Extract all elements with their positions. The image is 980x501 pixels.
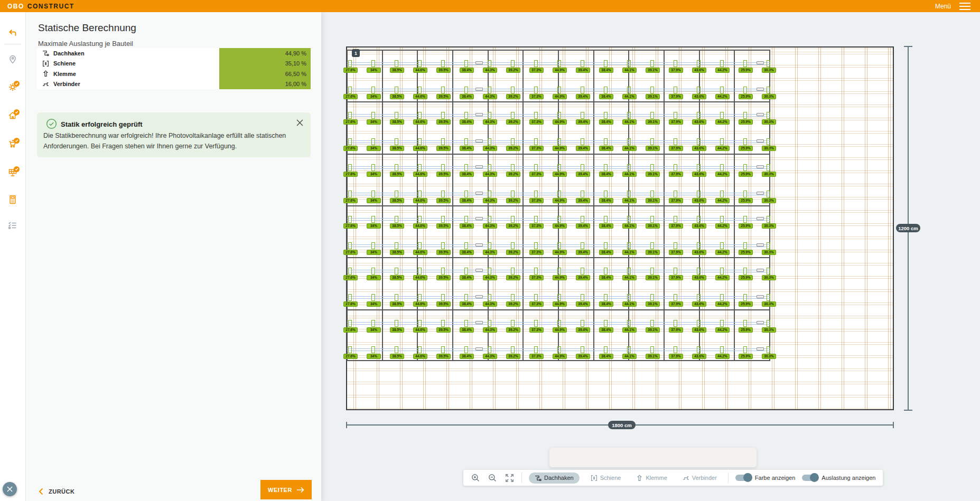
- roof-hook-marker: [720, 242, 724, 249]
- fit-screen-icon[interactable]: [505, 473, 515, 483]
- roof-hook-marker: [348, 164, 352, 171]
- hook-utilization-label: 39.4%: [576, 354, 590, 359]
- hook-utilization-label: 39.5%: [436, 119, 451, 125]
- hook-utilization-label: 39.5%: [436, 327, 451, 333]
- roof-hook-marker: [511, 242, 515, 249]
- toolbar-button-dachhaken[interactable]: Dachhaken: [529, 472, 580, 484]
- location-pin-icon[interactable]: [7, 54, 18, 65]
- color-toggle-group: Farbe anzeigen: [735, 475, 795, 481]
- roof-hook-marker: [441, 216, 445, 223]
- roof-hook-marker: [720, 294, 724, 301]
- hook-utilization-label: 39.4%: [576, 327, 590, 333]
- roof-hook-marker: [441, 60, 445, 67]
- menu-label[interactable]: Menü: [935, 3, 951, 10]
- dimension-cap: [904, 46, 912, 47]
- hook-utilization-label: 44.9%: [553, 223, 567, 229]
- hook-utilization-label: 27.6%: [343, 301, 358, 307]
- rail-splice: [757, 61, 764, 64]
- hook-utilization-label: 25.9%: [739, 172, 753, 177]
- roof-hook-marker: [441, 87, 445, 93]
- toolbar-button-verbinder[interactable]: Verbinder: [678, 472, 721, 484]
- roof-hook-marker: [604, 320, 608, 327]
- farbe-anzeigen-toggle[interactable]: [735, 475, 751, 481]
- hook-utilization-label: 44.1%: [622, 94, 637, 99]
- next-button[interactable]: WEITER: [260, 480, 312, 499]
- roof-hook-marker: [395, 60, 398, 67]
- roof-hook-marker: [627, 242, 631, 249]
- toolbar-button-schiene[interactable]: Schiene: [586, 472, 626, 484]
- hook-utilization-label: 37.9%: [669, 94, 683, 99]
- toggle-knob: [810, 473, 819, 482]
- roof-hook-marker: [743, 112, 747, 119]
- roof-hook-marker: [604, 191, 608, 197]
- hook-utilization-label: 43.6%: [692, 94, 706, 99]
- zoom-in-icon[interactable]: [471, 473, 481, 483]
- roof-hook-marker: [604, 138, 608, 145]
- back-button[interactable]: ZURÜCK: [38, 488, 74, 495]
- hamburger-menu-icon[interactable]: [959, 3, 973, 10]
- calculator-icon[interactable]: [7, 194, 18, 205]
- roof-hook-marker: [767, 87, 770, 93]
- roof-hook-marker: [534, 242, 538, 249]
- zoom-out-icon[interactable]: [488, 473, 498, 483]
- roof-hook-marker: [464, 138, 468, 145]
- hook-utilization-label: 39.4%: [576, 301, 590, 307]
- rail-icon: [42, 60, 49, 67]
- dimension-tick: [893, 422, 894, 428]
- close-fab-button[interactable]: [3, 482, 17, 496]
- roof-hook-marker: [464, 242, 468, 249]
- roof-hook-marker: [767, 60, 770, 67]
- hook-utilization-label: 34%: [367, 119, 381, 125]
- hook-utilization-label: 44.9%: [553, 327, 567, 333]
- hook-utilization-label: 44.3%: [483, 119, 497, 125]
- back-arrow-icon[interactable]: [7, 28, 18, 39]
- roof-hook-marker: [534, 60, 538, 67]
- hook-utilization-label: 39.5%: [436, 198, 451, 203]
- hook-utilization-label: 43.6%: [692, 250, 706, 255]
- hook-utilization-label: 37.3%: [529, 223, 544, 229]
- roof-hook-marker: [395, 164, 398, 171]
- close-icon[interactable]: [296, 119, 303, 126]
- roof-hook-marker: [418, 138, 422, 145]
- dimension-cap: [904, 410, 912, 411]
- checklist-icon[interactable]: [7, 220, 18, 231]
- roof-drawing[interactable]: 1 27.6%34%38.5%44.6%39.5%38.4%44.3%39.2%…: [346, 46, 894, 410]
- roof-hook-marker: [581, 60, 584, 67]
- hook-utilization-label: 38.5%: [390, 119, 404, 125]
- hook-utilization-label: 44.2%: [715, 301, 730, 307]
- hook-utilization-label: 43.6%: [692, 172, 706, 177]
- roof-hook-marker: [534, 216, 538, 223]
- roof-hook-marker: [371, 294, 375, 301]
- rail-splice: [757, 347, 764, 351]
- roof-hook-marker: [720, 164, 724, 171]
- auslastung-anzeigen-toggle[interactable]: [802, 475, 818, 481]
- rail-splice: [475, 217, 483, 220]
- roof-hook-marker: [604, 87, 608, 93]
- hook-utilization-label: 44.3%: [483, 223, 497, 229]
- hook-utilization-label: 43.6%: [692, 68, 706, 73]
- hook-utilization-label: 38.4%: [460, 119, 474, 125]
- page-title: Statische Berechnung: [38, 22, 136, 34]
- hook-utilization-label: 38.4%: [599, 172, 613, 177]
- hook-utilization-label: 43.6%: [692, 119, 706, 125]
- hook-utilization-label: 25.9%: [739, 119, 753, 125]
- hook-utilization-label: 30.3%: [762, 146, 776, 151]
- rail-splice: [757, 88, 764, 91]
- table-row-value: 35,10 %: [285, 60, 306, 67]
- roof-hook-marker: [720, 112, 724, 119]
- roof-hook-marker: [743, 87, 747, 93]
- hook-utilization-label: 39.1%: [646, 198, 660, 203]
- roof-hook-marker: [534, 320, 538, 327]
- table-row: Schiene 35,10 %: [37, 59, 311, 69]
- hook-utilization-label: 37.3%: [529, 327, 544, 333]
- hook-utilization-label: 38.4%: [599, 275, 613, 280]
- hook-utilization-label: 38.4%: [599, 327, 613, 333]
- roof-hook-marker: [488, 242, 491, 249]
- roof-hook-marker: [650, 216, 654, 223]
- table-row-label: Verbinder: [53, 81, 80, 87]
- toolbar-button-klemme[interactable]: Klemme: [632, 472, 671, 484]
- hook-utilization-label: 44.1%: [622, 301, 637, 307]
- roof-hook-marker: [697, 87, 701, 93]
- hook-utilization-label: 44.9%: [553, 301, 567, 307]
- hook-utilization-label: 39.4%: [576, 146, 590, 151]
